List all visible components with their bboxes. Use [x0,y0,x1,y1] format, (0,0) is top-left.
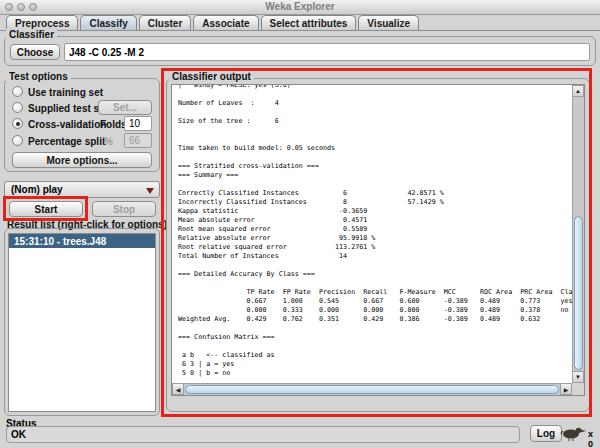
vertical-scrollbar-thumb[interactable] [574,216,583,370]
classifier-output-title: Classifier output [169,71,254,82]
title-bar: Weka Explorer [0,0,600,15]
tab-cluster[interactable]: Cluster [139,15,191,30]
tab-bar: Preprocess Classify Cluster Associate Se… [0,15,600,31]
supplied-test-set-radio[interactable] [12,102,23,113]
weka-explorer-window: Weka Explorer Preprocess Classify Cluste… [0,0,600,448]
classifier-scheme-field[interactable]: J48 -C 0.25 -M 2 [64,43,590,61]
horizontal-scrollbar[interactable]: ◀ ▶ [172,383,572,395]
class-attribute-combobox[interactable]: (Nom) play [4,181,160,198]
tab-associate[interactable]: Associate [193,15,258,30]
percent-input: 66 [124,133,152,148]
classifier-output-text: | windy = FALSE: yes (3.0) Number of Lea… [178,84,570,378]
tab-select-attributes[interactable]: Select attributes [261,15,357,30]
percent-label: % [104,136,113,147]
window-title: Weka Explorer [0,1,600,12]
use-training-set-label[interactable]: Use training set [28,87,103,98]
result-list[interactable]: 15:31:10 - trees.J48 [8,233,156,412]
weka-bird-icon [560,425,586,441]
vertical-scrollbar[interactable]: ▲ ▼ [572,85,584,383]
scrollbar-corner [572,383,584,395]
classifier-output-textarea[interactable]: | windy = FALSE: yes (3.0) Number of Lea… [171,84,585,396]
scroll-up-icon[interactable]: ▲ [572,85,584,97]
scroll-down-icon[interactable]: ▼ [572,371,584,383]
cross-validation-label[interactable]: Cross-validation [28,119,106,130]
more-options-button[interactable]: More options... [12,152,152,168]
tab-visualize[interactable]: Visualize [358,15,419,30]
use-training-set-radio[interactable] [12,86,23,97]
test-options-title: Test options [6,71,71,82]
folds-input[interactable]: 10 [124,116,152,131]
scroll-right-icon[interactable]: ▶ [560,383,572,395]
log-button[interactable]: Log [530,425,562,442]
classifier-section-title: Classifier [6,29,57,40]
class-attribute-value: (Nom) play [11,184,63,195]
status-message: OK [6,426,520,443]
choose-classifier-button[interactable]: Choose [10,44,60,60]
tab-preprocess[interactable]: Preprocess [6,15,78,30]
start-button[interactable]: Start [9,201,83,217]
result-list-item[interactable]: 15:31:10 - trees.J48 [9,234,155,248]
tab-classify[interactable]: Classify [80,15,136,30]
set-test-set-button: Set... [98,100,152,115]
percentage-split-radio[interactable] [12,135,23,146]
bird-counter: x 0 [588,429,600,448]
scroll-left-icon[interactable]: ◀ [172,383,184,395]
percentage-split-label[interactable]: Percentage split [28,136,105,147]
supplied-test-set-label[interactable]: Supplied test set [28,103,108,114]
cross-validation-radio[interactable] [12,118,23,129]
horizontal-scrollbar-thumb[interactable] [185,385,559,394]
folds-label: Folds [100,119,127,130]
combobox-dropdown-arrow-icon [146,188,154,194]
stop-button: Stop [92,201,156,217]
